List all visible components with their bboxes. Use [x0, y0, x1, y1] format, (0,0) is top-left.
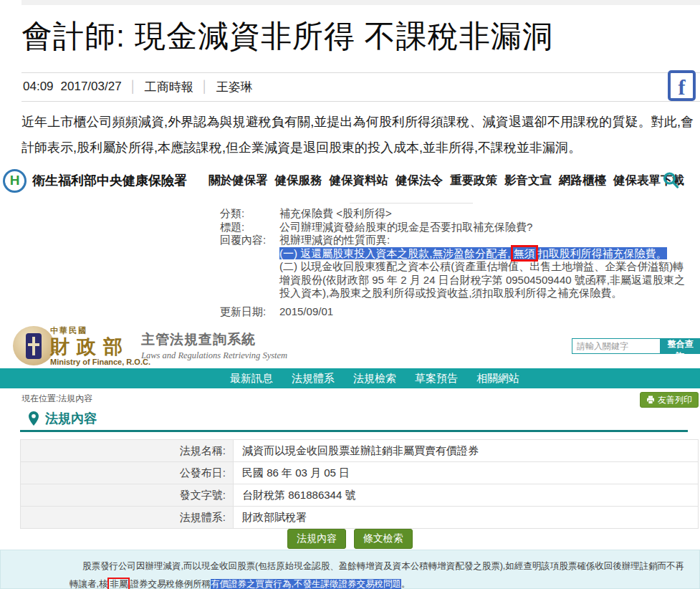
- printer-icon: [646, 396, 655, 404]
- facebook-share-icon[interactable]: f: [668, 70, 696, 101]
- table-row: 公發布日: 民國 86 年 03 月 05 日: [21, 462, 699, 484]
- nhi-menu-item-policy[interactable]: 重要政策: [450, 173, 497, 188]
- nhi-menu-item-law[interactable]: 健保法令: [395, 173, 443, 188]
- qa-reply-value: 視辦理減資的性質而異: (一) 返還屬股東投入資本之股款,無涉盈餘分配者,無須扣…: [279, 234, 690, 300]
- red-annotation-box: 非屬: [107, 578, 130, 589]
- qa-updated-value: 2015/09/01: [279, 305, 690, 319]
- section-title: 法規內容: [45, 410, 97, 427]
- law-notice-text: 股票發行公司因辦理減資,而以現金收回股票(包括原始現金認股、盈餘轉增資及資本公積…: [1, 550, 699, 589]
- mof-navbar: 最新訊息 法規體系 法規檢索 草案預告 相關網站: [0, 368, 700, 388]
- table-row: 發文字號: 台財稅第 861886344 號: [21, 484, 699, 507]
- system-title-en: Laws and Regulations Retrieving System: [141, 350, 287, 361]
- law-content-button[interactable]: 法規內容: [287, 529, 346, 549]
- nhi-agency-name: 衛生福利部中央健康保險署: [32, 172, 187, 189]
- divider: [350, 203, 473, 203]
- top-strip: [21, 0, 700, 5]
- article-author: 王姿琳: [216, 79, 253, 95]
- qa-updated-label: 更新日期:: [220, 305, 279, 319]
- mof-nav-draft[interactable]: 草案預告: [415, 372, 458, 386]
- qa-reply-item1: (一) 返還屬股東投入資本之股款,無涉盈餘分配者,無須扣取股利所得補充保險費。: [279, 247, 690, 261]
- nhi-qa-block: 分類: 補充保險費 <股利所得> 標題: 公司辦理減資發給股東的現金是否要扣取補…: [220, 207, 690, 318]
- nhi-menu-item-data[interactable]: 健保資料站: [330, 173, 389, 188]
- mof-ministry-name: 財政部: [50, 336, 150, 358]
- nhi-logo-icon: H: [3, 169, 27, 193]
- qa-category-label: 分類:: [220, 207, 279, 221]
- section-heading: 法規內容: [29, 410, 97, 427]
- qa-title-label: 標題:: [220, 221, 279, 234]
- system-title: 主管法規查詢系統: [141, 330, 287, 349]
- page: 會計師: 現金減資非所得 不課稅非漏洞 04:09 2017/03/27 │ 工…: [0, 0, 700, 589]
- qa-reply-label: 回覆內容:: [220, 234, 279, 300]
- integrated-search-button[interactable]: 整合查詢: [661, 338, 700, 354]
- article-meta: 04:09 2017/03/27 │ 工商時報 │ 王姿琳: [23, 75, 253, 99]
- article-time: 04:09: [23, 80, 54, 94]
- doc-number-value: 台財稅第 861886344 號: [234, 484, 699, 507]
- law-system-label: 法規體系:: [21, 507, 234, 529]
- law-name-value: 減資而以現金收回股票並辦註銷非屬買賣有價證券: [234, 440, 699, 462]
- mof-header: 中華民國 財政部 Ministry of Finance, R.O.C. 主管法…: [0, 324, 700, 368]
- friendly-print-button[interactable]: 友善列印: [640, 392, 699, 408]
- meta-separator: │: [130, 80, 137, 93]
- law-system-value: 財政部賦稅署: [234, 507, 699, 529]
- mof-ministry-name-en: Ministry of Finance, R.O.C.: [50, 358, 150, 366]
- section-underline: [20, 430, 688, 432]
- nhi-navbar: H 衛生福利部中央健康保險署 關於健保署 健保服務 健保資料站 健保法令 重要政…: [0, 166, 700, 196]
- nhi-menu: 關於健保署 健保服務 健保資料站 健保法令 重要政策 影音文宣 網路櫃檯 健保表…: [208, 173, 684, 188]
- article-paragraph: 近年上市櫃公司頻頻減資,外界認為與規避稅負有關,並提出為何股利所得須課稅、減資退…: [21, 109, 694, 161]
- action-buttons: 法規內容 條文檢索: [0, 529, 700, 549]
- mof-country: 中華民國: [50, 325, 150, 336]
- article-source: 工商時報: [145, 79, 193, 95]
- page-title: 會計師: 現金減資非所得 不課稅非漏洞: [21, 16, 688, 57]
- law-table: 法規名稱: 減資而以現金收回股票並辦註銷非屬買賣有價證券 公發布日: 民國 86…: [20, 439, 699, 529]
- selected-text: 有價證券之買賣行為,不發生課徵證券交易稅問題: [211, 579, 401, 589]
- print-button-label: 友善列印: [658, 394, 692, 406]
- mof-titles: 中華民國 財政部 Ministry of Finance, R.O.C.: [50, 325, 150, 366]
- nhi-menu-item-counter[interactable]: 網路櫃檯: [559, 173, 606, 188]
- qa-category-value: 補充保險費 <股利所得>: [279, 207, 690, 221]
- mof-search: 整合查詢: [572, 338, 700, 354]
- table-row: 法規體系: 財政部賦稅署: [21, 507, 699, 529]
- system-titles: 主管法規查詢系統 Laws and Regulations Retrieving…: [141, 330, 287, 361]
- keyword-search-input[interactable]: [572, 338, 661, 354]
- search-icon[interactable]: [662, 171, 680, 189]
- mof-nav-system[interactable]: 法規體系: [292, 372, 335, 386]
- doc-number-label: 發文字號:: [21, 484, 234, 507]
- nhi-menu-item-services[interactable]: 健保服務: [275, 173, 322, 188]
- qa-reply-intro: 視辦理減資的性質而異:: [279, 234, 690, 247]
- nhi-menu-item-about[interactable]: 關於健保署: [208, 173, 268, 188]
- divider: [21, 101, 700, 102]
- qa-reply-item2: (二) 以現金收回股東獲配之資本公積(資產重估增值、出售土地增益、企業合併溢額)…: [279, 260, 690, 300]
- publish-date-value: 民國 86 年 03 月 05 日: [234, 462, 699, 484]
- meta-separator: │: [201, 80, 208, 93]
- mof-nav-search[interactable]: 法規檢索: [353, 372, 396, 386]
- law-name-label: 法規名稱:: [21, 440, 234, 462]
- location-pin-icon: [29, 411, 39, 426]
- red-annotation-box: 無須: [511, 245, 538, 262]
- table-row: 法規名稱: 減資而以現金收回股票並辦註銷非屬買賣有價證券: [21, 440, 699, 462]
- selected-text: (一) 返還屬股東投入資本之股款,無涉盈餘分配者,無須扣取股利所得補充保險費。: [279, 247, 667, 259]
- mof-nav-news[interactable]: 最新訊息: [230, 372, 273, 386]
- article-date: 2017/03/27: [61, 80, 122, 94]
- qa-title-value: 公司辦理減資發給股東的現金是否要扣取補充保險費?: [279, 221, 690, 234]
- mof-nav-related[interactable]: 相關網站: [476, 372, 519, 386]
- mof-seal-icon: [13, 326, 54, 365]
- breadcrumb: 現在位置:法規內容: [21, 393, 92, 405]
- publish-date-label: 公發布日:: [21, 462, 234, 484]
- article-search-button[interactable]: 條文檢索: [354, 529, 413, 549]
- law-notice-panel: 股票發行公司因辦理減資,而以現金收回股票(包括原始現金認股、盈餘轉增資及資本公積…: [0, 550, 700, 589]
- divider: [21, 72, 700, 73]
- nhi-menu-item-media[interactable]: 影音文宣: [504, 173, 552, 188]
